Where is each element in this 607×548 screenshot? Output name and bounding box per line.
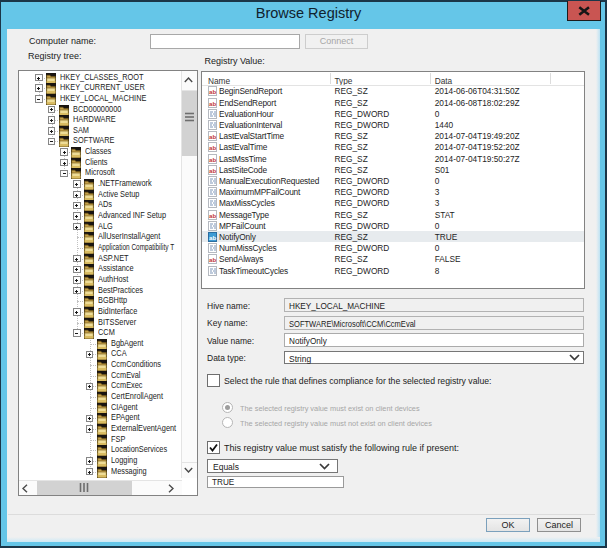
svg-text:ab: ab xyxy=(209,88,216,95)
svg-text:ab: ab xyxy=(209,233,216,240)
svg-text:ab: ab xyxy=(209,166,216,173)
svg-text:ab: ab xyxy=(209,155,216,162)
svg-text:ab: ab xyxy=(209,144,216,151)
svg-text:ab: ab xyxy=(209,211,216,218)
svg-text:ab: ab xyxy=(209,99,216,106)
svg-text:ab: ab xyxy=(209,133,216,140)
svg-text:ab: ab xyxy=(209,256,216,263)
